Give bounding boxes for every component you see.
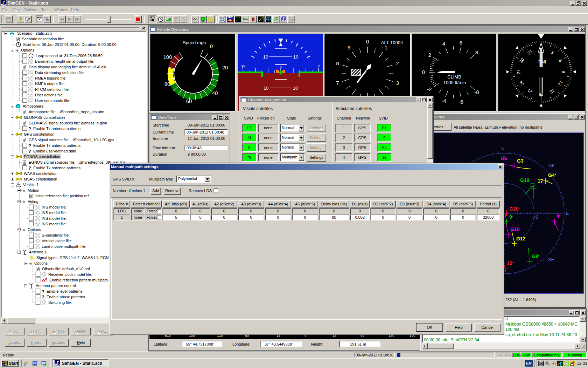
- svg-text:10: 10: [293, 86, 298, 91]
- svg-text:4*: 4*: [556, 213, 561, 219]
- svg-text:20: 20: [222, 64, 228, 70]
- svg-text:?: ?: [28, 17, 30, 21]
- svg-text:17: 17: [538, 178, 543, 184]
- svg-text:27: 27: [516, 69, 521, 74]
- svg-text:7: 7: [336, 80, 339, 86]
- svg-text:4: 4: [442, 41, 445, 47]
- svg-text:3: 3: [550, 50, 555, 55]
- svg-text:RMI: RMI: [538, 60, 546, 64]
- svg-text:-2: -2: [427, 86, 432, 92]
- svg-text:CLIMB: CLIMB: [447, 74, 461, 80]
- svg-text:E: E: [566, 211, 569, 216]
- svg-text:15*: 15*: [507, 260, 514, 266]
- svg-text:21: 21: [527, 88, 533, 95]
- svg-text:-6: -6: [458, 99, 463, 105]
- svg-text:80: 80: [164, 81, 170, 87]
- svg-text:9: 9: [348, 45, 350, 50]
- svg-text:6: 6: [460, 40, 462, 46]
- svg-text:?: ?: [20, 17, 22, 22]
- svg-text:N: N: [501, 146, 504, 151]
- svg-text:100: 100: [163, 54, 172, 60]
- svg-text:10: 10: [263, 54, 268, 60]
- svg-text:0: 0: [210, 43, 213, 49]
- svg-text:EA: EA: [174, 19, 177, 22]
- svg-text:CM: CM: [182, 19, 185, 22]
- svg-text:3: 3: [396, 80, 399, 86]
- svg-text:-4: -4: [441, 98, 446, 104]
- svg-text:0: 0: [366, 39, 369, 45]
- svg-text:33: 33: [527, 49, 533, 56]
- svg-text:G12: G12: [516, 236, 526, 241]
- svg-text:9*: 9*: [509, 214, 513, 220]
- svg-text:RT: RT: [182, 17, 185, 19]
- svg-text:1000 ft/min: 1000 ft/min: [443, 80, 466, 85]
- svg-text:8: 8: [475, 49, 478, 55]
- svg-text:ALT 1000ft: ALT 1000ft: [381, 40, 403, 45]
- svg-text:30: 30: [518, 57, 525, 64]
- svg-text:G19: G19: [520, 177, 530, 183]
- svg-text:24: 24: [518, 80, 525, 86]
- svg-text:NE: NE: [548, 163, 555, 168]
- svg-text:0: 0: [280, 65, 281, 69]
- svg-text:10: 10: [293, 54, 298, 60]
- svg-text:NM: NM: [174, 17, 178, 19]
- svg-text:60: 60: [186, 98, 192, 104]
- svg-text:G4*: G4*: [548, 172, 556, 178]
- svg-text:SE: SE: [548, 257, 554, 262]
- svg-text:Speed mph: Speed mph: [183, 40, 206, 45]
- svg-text:15: 15: [549, 88, 555, 95]
- svg-text:2: 2: [396, 60, 399, 66]
- svg-text:2: 2: [428, 52, 431, 58]
- svg-text:12: 12: [557, 80, 564, 87]
- svg-text:G5: G5: [501, 156, 507, 161]
- svg-text:G9*: G9*: [532, 253, 540, 259]
- svg-text:G3: G3: [517, 158, 524, 164]
- svg-text:9: 9: [561, 71, 566, 73]
- svg-text:1: 1: [385, 45, 387, 50]
- svg-text:6: 6: [558, 59, 564, 63]
- svg-text:8: 8: [336, 60, 339, 66]
- svg-text:40: 40: [212, 90, 218, 96]
- svg-text:G20*: G20*: [509, 206, 520, 212]
- svg-text:0: 0: [422, 69, 425, 75]
- svg-text:45: 45: [533, 215, 538, 220]
- svg-text:-8: -8: [474, 89, 479, 95]
- svg-text:10: 10: [264, 86, 268, 91]
